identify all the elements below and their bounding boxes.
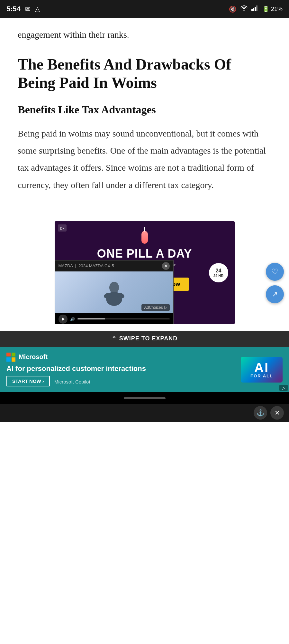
mute-icon: 🔇	[229, 5, 237, 13]
svg-rect-2	[255, 7, 256, 11]
ad-badge: ▷	[58, 224, 67, 232]
progress-bar	[77, 318, 170, 319]
signal-icon	[251, 5, 258, 13]
ms-cell-green	[12, 353, 16, 357]
svg-rect-1	[253, 8, 254, 11]
swipe-expand-bar[interactable]: ⌃ SWIPE TO EXPAND	[0, 331, 289, 347]
ms-logo: Microsoft	[6, 353, 48, 362]
svg-rect-0	[251, 9, 253, 11]
section-title: The Benefits And Drawbacks Of Being Paid…	[18, 55, 271, 92]
sub-title: Benefits Like Tax Advantages	[18, 104, 271, 116]
wifi-icon	[240, 5, 248, 13]
ms-cell-blue	[6, 357, 11, 362]
heart-icon: ♡	[271, 267, 278, 276]
ad-tagline: ONE PILL A DAY	[61, 247, 228, 260]
arc-icon: △	[35, 5, 40, 13]
ms-grid-icon	[6, 353, 15, 362]
ad-corner-badge: ▷	[279, 385, 288, 391]
video-brand: MAZDA | 2024 MAZDA CX-5	[59, 263, 114, 268]
close-nav-icon: ✕	[275, 409, 280, 417]
video-header: MAZDA | 2024 MAZDA CX-5 ✕	[55, 260, 173, 271]
pill-graphic	[141, 231, 148, 244]
share-icon: ↗	[272, 290, 278, 298]
ms-right-badge: AI FOR ALL	[241, 357, 283, 383]
nav-handle	[0, 392, 289, 404]
play-button[interactable]	[59, 315, 68, 324]
key-button[interactable]: ⚓	[254, 406, 267, 420]
side-actions: ♡ ↗	[266, 263, 284, 303]
video-controls: 🔊	[55, 313, 173, 324]
ms-cell-red	[6, 353, 11, 357]
ms-start-button[interactable]: START NOW ›	[6, 376, 50, 386]
status-time: 5:54	[6, 5, 21, 13]
ai-badge: AI FOR ALL	[250, 361, 273, 378]
article-content: engagement within their ranks. The Benef…	[0, 18, 289, 215]
ad-play-icon: ▷	[60, 225, 64, 231]
svg-marker-8	[62, 317, 65, 321]
status-right: 🔇 🔋 21%	[229, 5, 283, 13]
battery-icon: 🔋 21%	[262, 5, 283, 13]
close-nav-button[interactable]: ✕	[270, 406, 284, 420]
swipe-chevron: ⌃	[112, 335, 117, 342]
ad-choices-badge: AdChoices ▷	[141, 304, 169, 311]
ms-copilot-label: Microsoft Copilot	[54, 379, 90, 384]
microsoft-ad: Microsoft AI for personalized customer i…	[0, 347, 289, 393]
share-button[interactable]: ↗	[266, 285, 284, 303]
status-bar: 5:54 ✉ △ 🔇 🔋 21%	[0, 0, 289, 18]
key-icon: ⚓	[257, 409, 265, 417]
status-left: 5:54 ✉ △	[6, 5, 40, 13]
content-wrapper: ♡ ↗ engagement within their ranks. The B…	[0, 18, 289, 347]
handle-bar	[124, 397, 166, 399]
heart-button[interactable]: ♡	[266, 263, 284, 281]
messenger-icon: ✉	[25, 5, 31, 13]
ad-area: ▷ ONE PILL A DAY ZERO HEARTBURN* Prilose…	[0, 221, 289, 324]
progress-fill	[77, 318, 105, 319]
svg-point-4	[109, 282, 119, 293]
ad-24hr-badge: 24 24 HR	[209, 263, 228, 282]
swipe-label: SWIPE TO EXPAND	[119, 335, 177, 342]
prilosec-ad: ▷ ONE PILL A DAY ZERO HEARTBURN* Prilose…	[55, 221, 235, 324]
ms-cell-yellow	[12, 357, 16, 362]
ms-logo-area: Microsoft AI for personalized customer i…	[6, 353, 236, 387]
body-text: Being paid in woims may sound unconventi…	[18, 125, 271, 194]
ms-headline: AI for personalized customer interaction…	[6, 364, 146, 374]
svg-rect-3	[256, 5, 257, 11]
video-ad-overlay: MAZDA | 2024 MAZDA CX-5 ✕	[55, 260, 174, 324]
close-video-button[interactable]: ✕	[162, 262, 170, 270]
bottom-nav-bar: ⚓ ✕	[0, 404, 289, 422]
ms-brand-name: Microsoft	[19, 353, 48, 361]
intro-paragraph: engagement within their ranks.	[18, 28, 271, 42]
